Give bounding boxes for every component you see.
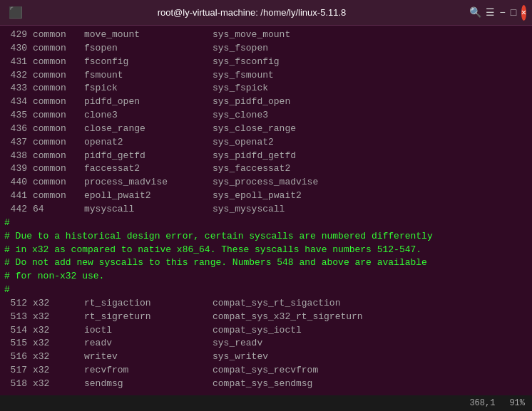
arch-col: common [33,123,84,136]
sys-func: sys_move_mount [213,28,290,42]
sys-func: sys_writev [213,350,268,364]
table-row: 516x32writevsys_writev [4,350,528,364]
table-row: 512x32rt_sigactioncompat_sys_rt_sigactio… [4,297,528,311]
comment-line: # Due to a historical design error, cert… [4,230,528,244]
table-row: 514x32ioctlcompat_sys_ioctl [4,324,528,338]
window-controls: 🔍 ☰ − □ ✕ [469,3,526,23]
search-button[interactable]: 🔍 [469,3,481,23]
line-number: 441 [4,189,27,203]
syscall-name: sendmsg [84,378,213,391]
comment-line: # [4,283,528,297]
arch-col: common [33,150,84,163]
syscall-name: mysyscall [84,203,213,217]
table-row: 429commonmove_mountsys_move_mount [4,28,528,42]
line-number: 518 [4,378,27,391]
sys-func: sys_close_range [213,123,296,136]
sys-func: compat_sys_sendmsg [213,378,312,391]
sys-func: sys_clone3 [213,109,268,123]
comment-line: # [4,217,528,230]
line-number: 516 [4,350,27,364]
syscall-name: recvfrom [84,364,213,378]
sys-func: compat_sys_recvfrom [213,364,318,378]
line-number: 430 [4,42,27,56]
syscall-name: fspick [84,82,213,95]
sys-func: compat_sys_ioctl [213,324,302,338]
comment-line: # Do not add new syscalls to this range.… [4,256,528,270]
line-number: 432 [4,69,27,83]
maximize-button[interactable]: □ [510,3,516,23]
syscall-name: fsopen [84,42,213,56]
sys-func: sys_readv [213,337,262,350]
arch-col: common [33,42,84,56]
syscall-name: openat2 [84,136,213,150]
table-row: 513x32rt_sigreturncompat_sys_x32_rt_sigr… [4,311,528,324]
line-number: 512 [4,297,27,311]
line-number: 515 [4,337,27,350]
sys-func: sys_fspick [213,82,268,95]
syscall-name: pidfd_open [84,95,213,109]
arch-col: common [33,69,84,83]
arch-col: common [33,176,84,189]
close-button[interactable]: ✕ [521,5,526,21]
line-number: 514 [4,324,27,338]
line-number: 435 [4,109,27,123]
line-number: 431 [4,56,27,69]
minimize-button[interactable]: − [499,3,506,23]
table-row: 441commonepoll_pwait2sys_epoll_pwait2 [4,189,528,203]
titlebar: ⬛ root@ly-virtual-machine: /home/ly/linu… [0,0,532,26]
comment-line: # in x32 as compared to native x86_64. T… [4,244,528,257]
comment-block: ## Due to a historical design error, cer… [4,217,528,297]
arch-col: x32 [33,297,84,311]
line-number: 437 [4,136,27,150]
sys-func: sys_mysyscall [213,203,285,217]
syscall-name: fsmount [84,69,213,83]
table-row: 431commonfsconfigsys_fsconfig [4,56,528,69]
line-number: 439 [4,162,27,176]
table-row: 432commonfsmountsys_fsmount [4,69,528,83]
arch-col: common [33,109,84,123]
arch-col: common [33,56,84,69]
syscall-name: rt_sigreturn [84,311,213,324]
syscall-name: faccessat2 [84,162,213,176]
statusbar: 368,1 91% [0,395,532,411]
comment-line: # for non-x32 use. [4,270,528,283]
window-title: root@ly-virtual-machine: /home/ly/linux-… [34,7,469,18]
arch-col: common [33,95,84,109]
arch-col: common [33,189,84,203]
sys-func: sys_process_madvise [213,176,318,189]
table-row: 440commonprocess_madvisesys_process_madv… [4,176,528,189]
table-row: 517x32recvfromcompat_sys_recvfrom [4,364,528,378]
line-number: 513 [4,311,27,324]
table-row: 433commonfspicksys_fspick [4,82,528,95]
syscall-name: fsconfig [84,56,213,69]
syscall-name: rt_sigaction [84,297,213,311]
syscall-name: close_range [84,123,213,136]
x32-syscall-table: 512x32rt_sigactioncompat_sys_rt_sigactio… [4,297,528,391]
line-number: 440 [4,176,27,189]
sys-func: sys_pidfd_getfd [213,150,296,163]
arch-col: common [33,136,84,150]
menu-button[interactable]: ☰ [486,3,495,23]
table-row: 437commonopenat2sys_openat2 [4,136,528,150]
syscall-name: ioctl [84,324,213,338]
arch-col: x32 [33,311,84,324]
line-number: 433 [4,82,27,95]
sys-func: compat_sys_x32_rt_sigreturn [213,311,363,324]
syscall-name: clone3 [84,109,213,123]
arch-col: x32 [33,378,84,391]
table-row: 515x32readvsys_readv [4,337,528,350]
line-number: 442 [4,203,27,217]
arch-col: 64 [33,203,84,217]
syscall-name: writev [84,350,213,364]
table-row: 434commonpidfd_opensys_pidfd_open [4,95,528,109]
arch-col: common [33,162,84,176]
cursor-position: 368,1 [469,398,495,408]
sys-func: sys_openat2 [213,136,274,150]
line-number: 438 [4,150,27,163]
sys-func: compat_sys_rt_sigaction [213,297,340,311]
line-number: 429 [4,28,27,42]
syscall-name: epoll_pwait2 [84,189,213,203]
table-row: 435commonclone3sys_clone3 [4,109,528,123]
line-number: 434 [4,95,27,109]
arch-col: x32 [33,364,84,378]
